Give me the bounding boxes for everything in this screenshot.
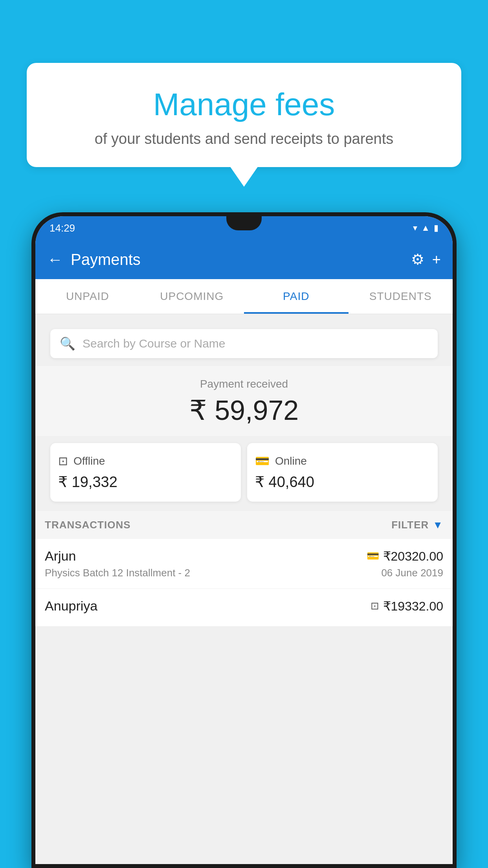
transaction-type-icon: ⊡ [371, 600, 379, 612]
phone-frame: 14:29 ▾ ▲ ▮ ← Payments ⚙ + UNPAID UPCOMI… [31, 212, 457, 868]
transaction-amount: ₹19332.00 [383, 599, 443, 614]
table-row[interactable]: Arjun 💳 ₹20320.00 Physics Batch 12 Insta… [35, 539, 453, 589]
online-label: Online [275, 455, 307, 467]
transaction-amount-wrap: ⊡ ₹19332.00 [371, 599, 443, 614]
payment-total-amount: ₹ 59,972 [43, 394, 445, 427]
tab-students[interactable]: STUDENTS [349, 279, 453, 314]
transaction-amount-wrap: 💳 ₹20320.00 [367, 549, 443, 564]
transactions-list: Arjun 💳 ₹20320.00 Physics Batch 12 Insta… [35, 539, 453, 627]
transactions-header: TRANSACTIONS FILTER ▼ [35, 511, 453, 539]
status-time: 14:29 [50, 222, 75, 234]
online-icon: 💳 [255, 454, 270, 468]
search-bar[interactable]: 🔍 Search by Course or Name [50, 329, 438, 358]
tabs: UNPAID UPCOMING PAID STUDENTS [35, 279, 453, 314]
transaction-name: Arjun [45, 548, 76, 564]
filter-label: FILTER [391, 519, 429, 531]
transaction-amount: ₹20320.00 [383, 549, 443, 564]
signal-icon: ▲ [421, 223, 430, 233]
transaction-date: 06 June 2019 [381, 567, 443, 579]
offline-amount: ₹ 19,332 [58, 473, 233, 491]
bubble-title: Manage fees [46, 86, 442, 123]
tab-paid[interactable]: PAID [244, 279, 349, 314]
bubble-subtitle: of your students and send receipts to pa… [46, 131, 442, 147]
tab-upcoming[interactable]: UPCOMING [140, 279, 244, 314]
wifi-icon: ▾ [413, 223, 417, 233]
transaction-course: Physics Batch 12 Installment - 2 [45, 567, 190, 579]
transaction-row-bottom: Physics Batch 12 Installment - 2 06 June… [45, 567, 443, 579]
back-button[interactable]: ← [47, 251, 63, 268]
battery-icon: ▮ [434, 223, 438, 233]
payment-cards: ⊡ Offline ₹ 19,332 💳 Online ₹ 40,640 [50, 443, 438, 502]
offline-label: Offline [73, 455, 105, 467]
add-icon[interactable]: + [432, 251, 441, 268]
tab-unpaid[interactable]: UNPAID [35, 279, 140, 314]
notch [226, 216, 262, 230]
online-amount: ₹ 40,640 [255, 473, 430, 491]
online-card: 💳 Online ₹ 40,640 [247, 443, 438, 502]
speech-bubble: Manage fees of your students and send re… [27, 63, 461, 167]
offline-card-header: ⊡ Offline [58, 454, 233, 468]
filter-icon: ▼ [433, 519, 443, 531]
offline-icon: ⊡ [58, 454, 68, 468]
payment-received-label: Payment received [43, 378, 445, 390]
app-bar-title: Payments [71, 251, 403, 268]
offline-card: ⊡ Offline ₹ 19,332 [50, 443, 241, 502]
status-bar: 14:29 ▾ ▲ ▮ [35, 216, 453, 240]
transaction-row-top: Arjun 💳 ₹20320.00 [45, 548, 443, 564]
phone-inner: 14:29 ▾ ▲ ▮ ← Payments ⚙ + UNPAID UPCOMI… [35, 216, 453, 864]
online-card-header: 💳 Online [255, 454, 430, 468]
filter-button[interactable]: FILTER ▼ [391, 519, 443, 531]
app-bar-actions: ⚙ + [411, 251, 441, 268]
payment-summary: Payment received ₹ 59,972 [35, 366, 453, 436]
transaction-type-icon: 💳 [367, 550, 379, 562]
app-bar: ← Payments ⚙ + [35, 240, 453, 279]
search-placeholder: Search by Course or Name [83, 337, 226, 350]
search-icon: 🔍 [60, 336, 75, 351]
status-icons: ▾ ▲ ▮ [413, 223, 438, 233]
transaction-row-top: Anupriya ⊡ ₹19332.00 [45, 598, 443, 614]
transaction-name: Anupriya [45, 598, 97, 614]
transactions-label: TRANSACTIONS [45, 519, 131, 531]
table-row[interactable]: Anupriya ⊡ ₹19332.00 [35, 589, 453, 627]
settings-icon[interactable]: ⚙ [411, 251, 424, 268]
